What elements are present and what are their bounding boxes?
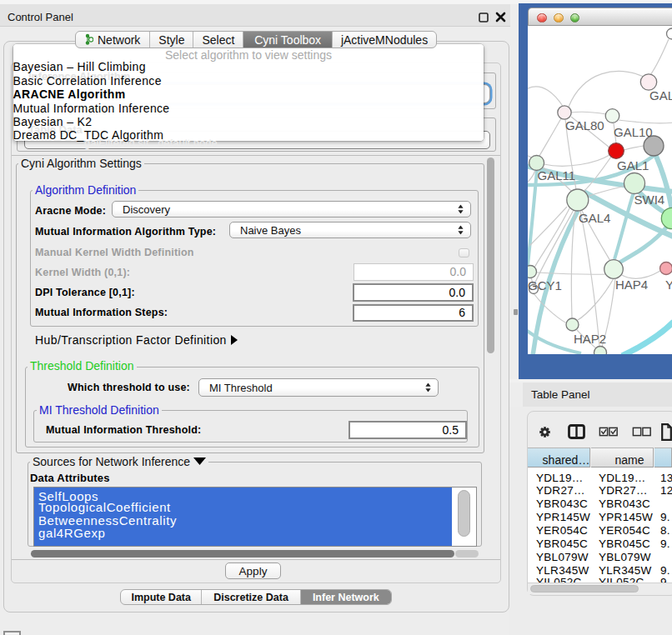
svg-text:GAL4: GAL4 bbox=[579, 211, 610, 225]
svg-text:GAL80: GAL80 bbox=[565, 118, 604, 132]
svg-text:GAL11: GAL11 bbox=[538, 168, 576, 182]
svg-text:YM: YM bbox=[665, 278, 672, 292]
svg-text:HAP2: HAP2 bbox=[574, 332, 606, 346]
svg-text:SWI4: SWI4 bbox=[634, 192, 665, 207]
svg-text:GAL10: GAL10 bbox=[614, 125, 653, 139]
svg-text:GAL1: GAL1 bbox=[617, 158, 649, 172]
svg-text:GCY1: GCY1 bbox=[528, 278, 562, 292]
svg-text:HAP4: HAP4 bbox=[615, 278, 648, 292]
svg-text:GAL7: GAL7 bbox=[649, 88, 672, 102]
